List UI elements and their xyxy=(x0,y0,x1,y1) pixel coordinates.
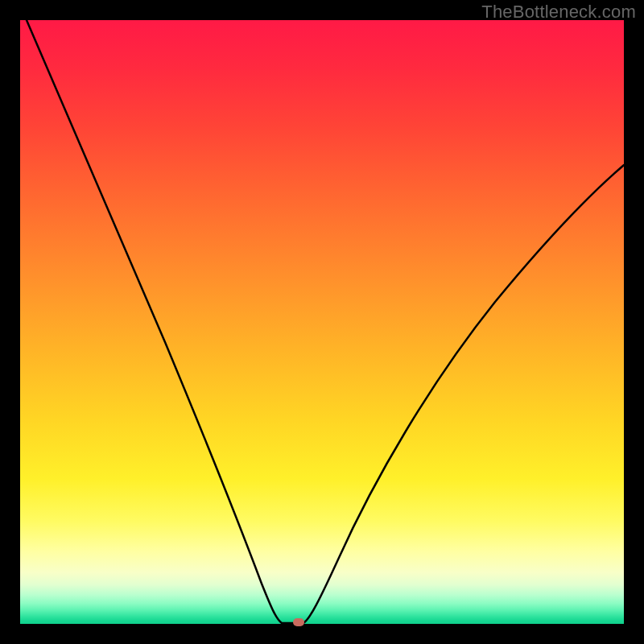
chart-frame: TheBottleneck.com xyxy=(0,0,644,644)
plot-area xyxy=(20,20,624,624)
curve-path xyxy=(27,20,624,623)
bottleneck-point-marker xyxy=(293,618,304,626)
bottleneck-curve xyxy=(20,20,624,624)
